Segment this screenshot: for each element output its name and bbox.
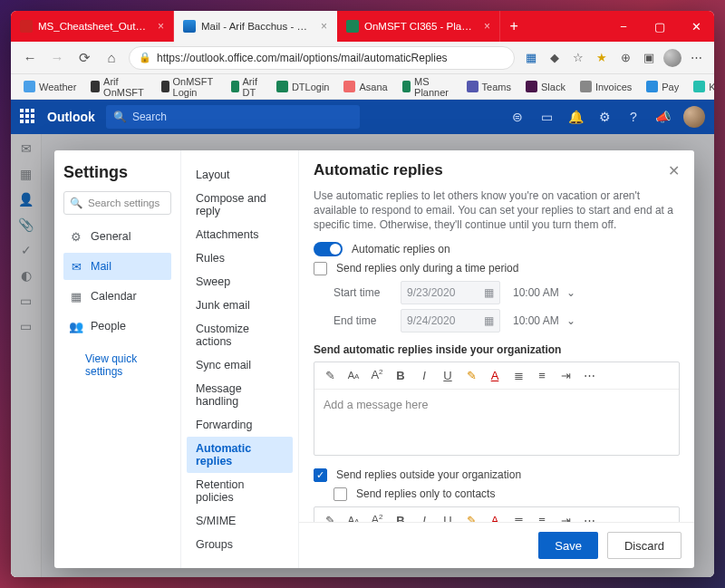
profile-avatar[interactable] bbox=[663, 49, 682, 67]
app-launcher-icon[interactable] bbox=[20, 109, 36, 125]
end-time-picker[interactable]: 10:00 AM⌄ bbox=[513, 314, 575, 327]
close-icon[interactable]: × bbox=[484, 20, 490, 33]
font-size-icon[interactable]: A2 bbox=[371, 368, 383, 381]
bold-button[interactable]: B bbox=[394, 514, 407, 522]
more-format-icon[interactable]: ⋯ bbox=[583, 369, 595, 382]
calendar-icon[interactable]: ▦ bbox=[522, 49, 540, 67]
notifications-icon[interactable]: 🔔 bbox=[567, 109, 584, 125]
sub-junk[interactable]: Junk email bbox=[187, 294, 293, 317]
suite-search-input[interactable]: 🔍 Search bbox=[106, 105, 360, 129]
bold-button[interactable]: B bbox=[394, 369, 407, 382]
highlight-icon[interactable]: ✎ bbox=[465, 369, 478, 382]
bookmark-item[interactable]: Pay bbox=[641, 81, 684, 92]
underline-button[interactable]: U bbox=[441, 514, 454, 522]
font-family-icon[interactable]: AA bbox=[347, 515, 360, 522]
outside-org-checkbox[interactable]: ✓ bbox=[314, 468, 327, 482]
teams-icon[interactable]: ▭ bbox=[538, 109, 555, 125]
bookmark-item[interactable]: Teams bbox=[461, 81, 517, 92]
sub-smime[interactable]: S/MIME bbox=[187, 509, 293, 533]
close-icon[interactable]: × bbox=[321, 20, 327, 33]
font-color-icon[interactable]: A bbox=[488, 369, 501, 382]
help-icon[interactable]: ? bbox=[625, 109, 642, 125]
settings-search-input[interactable]: 🔍 Search settings bbox=[63, 191, 171, 215]
bookmark-item[interactable]: DTLogin bbox=[271, 81, 335, 92]
save-button[interactable]: Save bbox=[538, 532, 598, 559]
category-calendar[interactable]: ▦Calendar bbox=[63, 283, 171, 310]
bookmark-item[interactable]: Weather bbox=[18, 81, 82, 92]
close-window-button[interactable]: ✕ bbox=[678, 11, 714, 42]
italic-button[interactable]: I bbox=[418, 514, 430, 522]
italic-button[interactable]: I bbox=[418, 369, 430, 382]
favorites-list-icon[interactable]: ★ bbox=[593, 49, 611, 67]
highlight-icon[interactable]: ✎ bbox=[465, 514, 478, 522]
url-input[interactable]: 🔒 https://outlook.office.com/mail/option… bbox=[129, 46, 515, 70]
refresh-button[interactable]: ⟳ bbox=[74, 48, 94, 68]
bullets-icon[interactable]: ≣ bbox=[512, 514, 525, 522]
browser-tab-active[interactable]: Mail - Arif Bacchus - Outlook × bbox=[174, 11, 337, 42]
sub-sync[interactable]: Sync email bbox=[187, 353, 293, 377]
autoreplies-toggle[interactable] bbox=[314, 242, 343, 256]
font-size-icon[interactable]: A2 bbox=[371, 513, 383, 522]
maximize-button[interactable]: ▢ bbox=[642, 11, 678, 42]
sub-groups[interactable]: Groups bbox=[187, 533, 293, 556]
announce-icon[interactable]: 📣 bbox=[654, 109, 671, 125]
extension-icon[interactable]: ◆ bbox=[546, 49, 564, 67]
sub-customize[interactable]: Customize actions bbox=[187, 317, 293, 353]
format-clear-icon[interactable]: ✎ bbox=[324, 514, 336, 522]
home-button[interactable]: ⌂ bbox=[102, 48, 121, 68]
settings-gear-icon[interactable]: ⚙ bbox=[596, 109, 613, 125]
numbering-icon[interactable]: ≡ bbox=[536, 514, 548, 522]
sub-rules[interactable]: Rules bbox=[187, 246, 293, 270]
close-icon[interactable]: × bbox=[158, 20, 164, 33]
bookmark-item[interactable]: MS Planner bbox=[397, 76, 458, 98]
minimize-button[interactable]: − bbox=[605, 11, 642, 42]
sub-compose[interactable]: Compose and reply bbox=[187, 187, 293, 223]
sub-sweep[interactable]: Sweep bbox=[187, 270, 293, 294]
meet-icon[interactable]: ⊜ bbox=[509, 109, 526, 125]
close-panel-button[interactable]: ✕ bbox=[668, 162, 680, 179]
bookmark-item[interactable]: Invoices bbox=[575, 81, 637, 92]
new-tab-button[interactable]: + bbox=[500, 11, 527, 42]
bookmark-item[interactable]: Arif OnMSFT bbox=[85, 76, 152, 98]
numbering-icon[interactable]: ≡ bbox=[536, 369, 548, 382]
font-family-icon[interactable]: AA bbox=[347, 370, 360, 381]
underline-button[interactable]: U bbox=[441, 369, 454, 382]
category-mail[interactable]: ✉Mail bbox=[63, 253, 171, 280]
bookmark-item[interactable]: OnMSFT Login bbox=[156, 76, 222, 98]
time-period-checkbox[interactable] bbox=[314, 262, 327, 275]
start-date-input[interactable]: 9/23/2020▦ bbox=[401, 281, 500, 304]
sub-retention[interactable]: Retention policies bbox=[187, 473, 293, 509]
browser-tab[interactable]: MS_Cheatsheet_OutlookMailOn… × bbox=[11, 11, 174, 42]
sub-handling[interactable]: Message handling bbox=[187, 377, 293, 413]
contacts-only-checkbox[interactable] bbox=[334, 487, 347, 501]
font-color-icon[interactable]: A bbox=[488, 514, 501, 522]
more-format-icon[interactable]: ⋯ bbox=[583, 514, 595, 522]
forward-button[interactable]: → bbox=[47, 48, 67, 68]
inside-org-textarea[interactable]: Add a message here bbox=[314, 390, 679, 455]
back-button[interactable]: ← bbox=[20, 48, 40, 68]
collections-icon[interactable]: ⊕ bbox=[616, 49, 634, 67]
view-quick-settings-link[interactable]: View quick settings bbox=[63, 352, 171, 378]
account-avatar[interactable] bbox=[683, 106, 705, 128]
bookmark-item[interactable]: Arif DT bbox=[226, 76, 267, 98]
sub-forwarding[interactable]: Forwarding bbox=[187, 413, 293, 437]
sub-attachments[interactable]: Attachments bbox=[187, 223, 293, 246]
start-time-picker[interactable]: 10:00 AM⌄ bbox=[513, 286, 575, 299]
browser-tab[interactable]: OnMSFT CI365 - Planner × bbox=[337, 11, 500, 42]
bookmark-item[interactable]: Kalo bbox=[688, 81, 714, 92]
bookmark-item[interactable]: Slack bbox=[520, 81, 571, 92]
favorite-star-icon[interactable]: ☆ bbox=[569, 49, 587, 67]
end-date-input[interactable]: 9/24/2020▦ bbox=[401, 309, 500, 333]
sub-autoreplies[interactable]: Automatic replies bbox=[187, 437, 293, 473]
extension2-icon[interactable]: ▣ bbox=[640, 49, 658, 67]
category-people[interactable]: 👥People bbox=[63, 313, 171, 340]
bookmark-item[interactable]: Asana bbox=[338, 81, 392, 92]
sub-layout[interactable]: Layout bbox=[187, 163, 293, 187]
indent-icon[interactable]: ⇥ bbox=[559, 369, 572, 382]
format-clear-icon[interactable]: ✎ bbox=[324, 369, 336, 382]
more-icon[interactable]: ⋯ bbox=[687, 49, 705, 67]
category-general[interactable]: ⚙General bbox=[63, 223, 171, 250]
discard-button[interactable]: Discard bbox=[607, 532, 682, 559]
bullets-icon[interactable]: ≣ bbox=[512, 369, 525, 382]
indent-icon[interactable]: ⇥ bbox=[559, 514, 572, 522]
